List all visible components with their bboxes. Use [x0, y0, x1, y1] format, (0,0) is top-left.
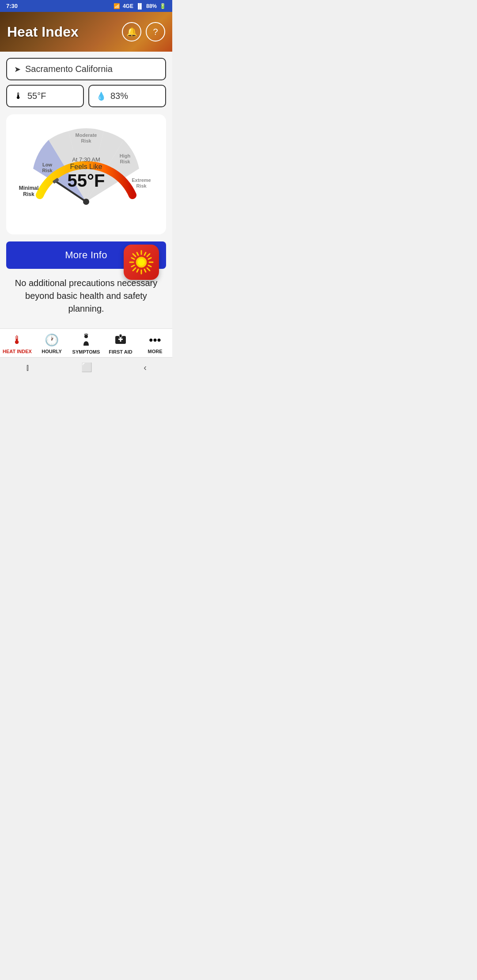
bottom-nav: 🌡 HEAT INDEX 🕐 HOURLY SYMPTOMS — [0, 328, 172, 357]
svg-line-22 — [132, 258, 134, 259]
svg-line-25 — [137, 269, 138, 272]
app-title: Heat Index — [7, 24, 79, 40]
weather-inputs-row: 🌡 55°F 💧 83% — [6, 85, 166, 107]
svg-line-23 — [148, 265, 151, 267]
svg-line-26 — [132, 265, 134, 267]
humidity-icon: 💧 — [96, 91, 106, 101]
svg-point-32 — [84, 335, 88, 338]
humidity-input[interactable]: 💧 83% — [88, 85, 166, 107]
symptoms-icon — [80, 333, 92, 347]
gauge-card: Low Risk Moderate Risk High Risk Extreme… — [6, 114, 166, 234]
gauge-time: At 7:30 AM — [68, 156, 105, 163]
status-right: 📶 4GE ▐▌ 88% 🔋 — [114, 3, 166, 9]
svg-text:Moderate: Moderate — [76, 132, 97, 138]
signal-type: 4GE — [123, 3, 133, 9]
nav-heat-index[interactable]: 🌡 HEAT INDEX — [0, 333, 34, 354]
symptoms-label: SYMPTOMS — [72, 349, 100, 354]
svg-line-29 — [144, 269, 146, 272]
svg-line-21 — [133, 268, 136, 271]
temperature-value: 55°F — [27, 91, 46, 101]
gauge-temperature: 55°F — [68, 171, 105, 191]
svg-text:Extreme: Extreme — [132, 177, 151, 183]
nav-first-aid[interactable]: FIRST AID — [103, 333, 138, 354]
main-content: ➤ Sacramento California 🌡 55°F 💧 83% — [0, 52, 172, 328]
svg-point-31 — [138, 259, 145, 266]
svg-text:Risk: Risk — [42, 168, 53, 173]
first-aid-icon — [114, 333, 127, 347]
svg-text:High: High — [120, 153, 131, 158]
heat-index-icon: 🌡 — [11, 333, 23, 347]
signal-bars: ▐▌ — [136, 3, 144, 9]
svg-text:Risk: Risk — [120, 159, 130, 164]
hourly-icon: 🕐 — [45, 333, 59, 347]
svg-point-1 — [83, 199, 89, 205]
svg-rect-36 — [120, 337, 121, 342]
svg-text:Minimal: Minimal — [19, 185, 39, 191]
svg-line-19 — [147, 268, 150, 271]
svg-text:Risk: Risk — [136, 183, 147, 188]
gauge-area: Low Risk Moderate Risk High Risk Extreme… — [13, 122, 159, 224]
bell-button[interactable]: 🔔 — [122, 22, 141, 41]
nav-symptoms[interactable]: SYMPTOMS — [69, 333, 103, 354]
thermometer-icon: 🌡 — [14, 91, 23, 101]
svg-text:Risk: Risk — [81, 138, 91, 143]
svg-line-24 — [144, 253, 146, 255]
info-text: No additional precautions necessary beyo… — [6, 277, 166, 315]
nav-hourly[interactable]: 🕐 HOURLY — [34, 333, 69, 354]
svg-rect-34 — [119, 334, 122, 338]
location-input[interactable]: ➤ Sacramento California — [6, 58, 166, 80]
heat-index-label: HEAT INDEX — [3, 349, 32, 354]
svg-line-28 — [137, 253, 138, 255]
more-icon: ••• — [149, 333, 161, 347]
header-actions: 🔔 ? — [122, 22, 165, 41]
wifi-icon: 📶 — [114, 3, 120, 9]
battery-pct: 88% — [146, 3, 157, 9]
back-button[interactable]: ‹ — [144, 362, 147, 373]
svg-line-27 — [148, 258, 151, 259]
home-button[interactable]: ⬜ — [81, 362, 92, 373]
help-button[interactable]: ? — [146, 22, 165, 41]
nav-more[interactable]: ••• MORE — [138, 333, 172, 354]
gauge-container: Low Risk Moderate Risk High Risk Extreme… — [13, 122, 159, 215]
hourly-label: HOURLY — [42, 349, 61, 354]
app-header: Heat Index 🔔 ? — [0, 12, 172, 52]
humidity-value: 83% — [110, 91, 128, 101]
svg-line-20 — [147, 254, 150, 256]
system-nav-bar: ⫿ ⬜ ‹ — [0, 357, 172, 376]
svg-text:Low: Low — [42, 162, 52, 167]
status-bar: 7:30 📶 4GE ▐▌ 88% 🔋 — [0, 0, 172, 12]
battery-icon: 🔋 — [159, 3, 166, 9]
gauge-feels-label: Feels Like — [68, 163, 105, 171]
app-icon[interactable] — [124, 245, 159, 280]
recents-button[interactable]: ⫿ — [26, 362, 30, 373]
status-time: 7:30 — [6, 3, 18, 9]
info-section: No additional precautions necessary beyo… — [6, 277, 166, 315]
svg-line-18 — [133, 254, 136, 256]
location-value: Sacramento California — [25, 64, 113, 74]
temperature-input[interactable]: 🌡 55°F — [6, 85, 84, 107]
gauge-center-text: At 7:30 AM Feels Like 55°F — [68, 156, 105, 191]
more-label: MORE — [148, 349, 163, 354]
svg-text:Risk: Risk — [23, 191, 34, 197]
location-icon: ➤ — [14, 64, 21, 74]
first-aid-label: FIRST AID — [109, 349, 132, 354]
sun-icon — [128, 249, 155, 275]
